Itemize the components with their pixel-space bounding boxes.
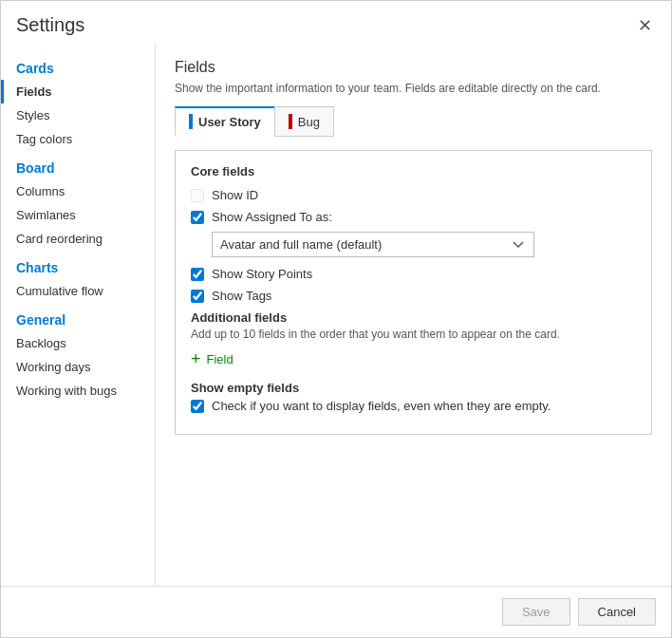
sidebar-item-backlogs[interactable]: Backlogs	[1, 331, 155, 355]
fields-box: Core fields Show ID Show Assigned To as:…	[175, 150, 652, 435]
assigned-to-dropdown[interactable]: Avatar and full name (default) Full name…	[212, 232, 534, 257]
sidebar-item-card-reordering[interactable]: Card reordering	[1, 227, 155, 251]
sidebar-section-cards: Cards	[1, 51, 155, 80]
show-assigned-to-row: Show Assigned To as:	[191, 210, 636, 224]
show-id-row: Show ID	[191, 188, 636, 202]
additional-fields-desc: Add up to 10 fields in the order that yo…	[191, 328, 636, 341]
show-empty-title: Show empty fields	[191, 381, 636, 395]
user-story-indicator	[189, 114, 193, 129]
show-assigned-label: Show Assigned To as:	[212, 210, 332, 224]
tab-bar: User Story Bug	[175, 106, 652, 137]
sidebar-section-board: Board	[1, 151, 155, 179]
show-assigned-checkbox[interactable]	[191, 211, 204, 224]
show-story-points-checkbox[interactable]	[191, 268, 204, 281]
show-id-checkbox[interactable]	[191, 189, 204, 202]
tab-bug[interactable]: Bug	[274, 106, 334, 137]
core-fields-title: Core fields	[191, 164, 636, 178]
sidebar-item-working-with-bugs[interactable]: Working with bugs	[1, 379, 155, 403]
sidebar-item-working-days[interactable]: Working days	[1, 355, 155, 379]
sidebar-item-tag-colors[interactable]: Tag colors	[1, 127, 155, 151]
sidebar-item-cumulative-flow[interactable]: Cumulative flow	[1, 279, 155, 303]
dialog-footer: Save Cancel	[1, 586, 671, 637]
show-id-label: Show ID	[212, 188, 258, 202]
sidebar-item-columns[interactable]: Columns	[1, 179, 155, 203]
show-empty-row: Check if you want to display fields, eve…	[191, 399, 636, 413]
cancel-button[interactable]: Cancel	[578, 598, 656, 626]
dialog-title: Settings	[16, 14, 84, 36]
add-field-label: Field	[207, 352, 233, 366]
show-story-points-row: Show Story Points	[191, 267, 636, 281]
tab-user-story-label: User Story	[198, 115, 261, 129]
show-story-points-label: Show Story Points	[212, 267, 312, 281]
bug-indicator	[289, 114, 292, 129]
sidebar-item-fields[interactable]: Fields	[1, 80, 155, 103]
additional-fields-title: Additional fields	[191, 310, 636, 325]
save-button[interactable]: Save	[502, 598, 570, 626]
tab-user-story[interactable]: User Story	[175, 106, 274, 137]
show-empty-checkbox[interactable]	[191, 400, 204, 413]
dialog-header: Settings ✕	[1, 1, 671, 44]
show-tags-checkbox[interactable]	[191, 290, 204, 303]
sidebar-section-general: General	[1, 303, 155, 331]
close-button[interactable]: ✕	[634, 15, 656, 36]
tab-bug-label: Bug	[298, 115, 320, 129]
section-title: Fields	[175, 59, 652, 76]
show-tags-row: Show Tags	[191, 289, 636, 303]
plus-icon: +	[191, 350, 201, 367]
show-tags-label: Show Tags	[212, 289, 271, 303]
show-empty-desc: Check if you want to display fields, eve…	[212, 399, 551, 413]
sidebar-item-swimlanes[interactable]: Swimlanes	[1, 203, 155, 227]
sidebar-section-charts: Charts	[1, 251, 155, 279]
sidebar: Cards Fields Styles Tag colors Board Col…	[1, 44, 156, 586]
main-content: Fields Show the important information to…	[156, 44, 671, 586]
section-desc: Show the important information to your t…	[175, 82, 652, 95]
assigned-to-dropdown-row: Avatar and full name (default) Full name…	[212, 232, 636, 257]
sidebar-item-styles[interactable]: Styles	[1, 103, 155, 127]
add-field-button[interactable]: + Field	[191, 350, 233, 367]
settings-dialog: Settings ✕ Cards Fields Styles Tag color…	[0, 0, 672, 638]
dialog-body: Cards Fields Styles Tag colors Board Col…	[1, 44, 671, 586]
